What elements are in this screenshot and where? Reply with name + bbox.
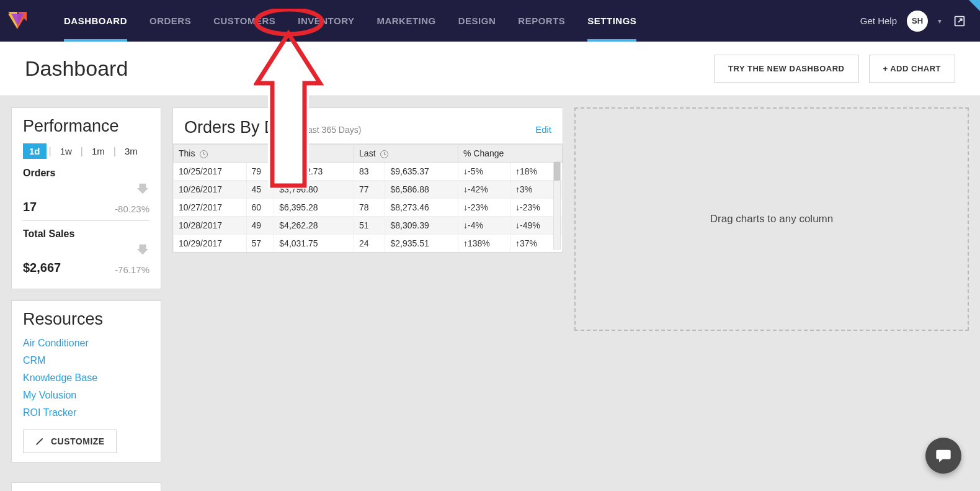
range-1d[interactable]: 1d (23, 143, 47, 159)
table-row: 10/28/201749$4,262.2851$8,309.39↓-4%↓-49… (174, 217, 563, 235)
resource-link[interactable]: CRM (23, 355, 149, 366)
table-row: 10/26/201745$3,796.8077$6,586.88↓-42%↑3% (174, 181, 563, 199)
orders-label: Orders (23, 168, 149, 179)
corner-triangle-icon (969, 0, 980, 11)
obd-edit-link[interactable]: Edit (535, 124, 551, 135)
nav-inventory[interactable]: INVENTORY (287, 0, 365, 42)
chat-icon (935, 447, 952, 464)
performance-title: Performance (23, 117, 149, 136)
table-row: 10/25/201779$11,372.7383$9,635.37↓-5%↑18… (174, 163, 563, 181)
top-nav: DASHBOARD ORDERS CUSTOMERS INVENTORY MAR… (0, 0, 980, 42)
nav-reports[interactable]: REPORTS (507, 0, 576, 42)
page-title: Dashboard (25, 56, 128, 81)
table-row: 10/27/201760$6,395.2878$8,273.46↓-23%↓-2… (174, 199, 563, 217)
clock-icon (200, 150, 208, 158)
table-row: 10/29/201757$4,031.7524$2,935.51↑138%↑37… (174, 235, 563, 253)
arrow-down-icon (136, 181, 149, 195)
add-chart-button[interactable]: + ADD CHART (869, 55, 956, 83)
nav-items: DASHBOARD ORDERS CUSTOMERS INVENTORY MAR… (53, 0, 648, 42)
obd-table: This Last % Change 10/25/201779$11,372.7… (173, 144, 563, 252)
try-new-dashboard-button[interactable]: TRY THE NEW DASHBOARD (714, 55, 858, 83)
chat-fab[interactable] (925, 438, 961, 474)
resource-link[interactable]: Knowledge Base (23, 372, 149, 384)
resources-title: Resources (23, 310, 149, 329)
orders-delta: -80.23% (115, 204, 149, 214)
th-change[interactable]: % Change (458, 145, 563, 163)
nav-orders[interactable]: ORDERS (138, 0, 202, 42)
arrow-down-icon (136, 242, 149, 256)
nav-customers[interactable]: CUSTOMERS (202, 0, 287, 42)
pencil-icon (35, 436, 45, 446)
customize-button[interactable]: CUSTOMIZE (23, 430, 117, 453)
resource-link[interactable]: Air Conditioner (23, 338, 149, 349)
range-1m[interactable]: 1m (86, 143, 111, 159)
range-1w[interactable]: 1w (54, 143, 78, 159)
chart-dropzone[interactable]: Drag charts to any column (574, 107, 969, 331)
range-3m[interactable]: 3m (118, 143, 144, 159)
chevron-down-icon[interactable]: ▾ (938, 17, 942, 25)
nav-marketing[interactable]: MARKETING (365, 0, 447, 42)
page-header: Dashboard TRY THE NEW DASHBOARD + ADD CH… (0, 42, 980, 96)
nav-dashboard[interactable]: DASHBOARD (53, 0, 138, 42)
obd-title: Orders By Day (184, 118, 294, 137)
nav-right: Get Help SH ▾ (860, 11, 968, 32)
sales-label: Total Sales (23, 228, 149, 240)
nav-design[interactable]: DESIGN (447, 0, 507, 42)
nav-settings[interactable]: SETTINGS (576, 0, 648, 42)
th-this[interactable]: This (174, 145, 354, 163)
sales-delta: -76.17% (115, 264, 149, 275)
dropzone-text: Drag charts to any column (710, 213, 833, 225)
resource-link[interactable]: My Volusion (23, 390, 149, 401)
obd-subtitle: (Past 365 Days) (299, 125, 361, 135)
orders-by-day-card: Orders By Day (Past 365 Days) Edit This … (172, 107, 563, 253)
main-content: Performance 1d | 1w | 1m | 3m Orders (0, 96, 980, 474)
time-range: 1d | 1w | 1m | 3m (23, 143, 149, 159)
th-last[interactable]: Last (354, 145, 458, 163)
user-avatar[interactable]: SH (907, 11, 928, 32)
logo-icon[interactable] (6, 10, 28, 32)
card-stub (11, 482, 161, 491)
get-help-link[interactable]: Get Help (860, 16, 897, 26)
performance-card: Performance 1d | 1w | 1m | 3m Orders (11, 107, 161, 289)
sales-value: $2,667 (23, 261, 61, 275)
orders-value: 17 (23, 200, 37, 214)
scrollbar[interactable] (553, 161, 561, 250)
external-link-icon[interactable] (951, 13, 968, 29)
resources-card: Resources Air Conditioner CRM Knowledge … (11, 300, 161, 462)
clock-icon (380, 150, 388, 158)
resource-link[interactable]: ROI Tracker (23, 407, 149, 418)
